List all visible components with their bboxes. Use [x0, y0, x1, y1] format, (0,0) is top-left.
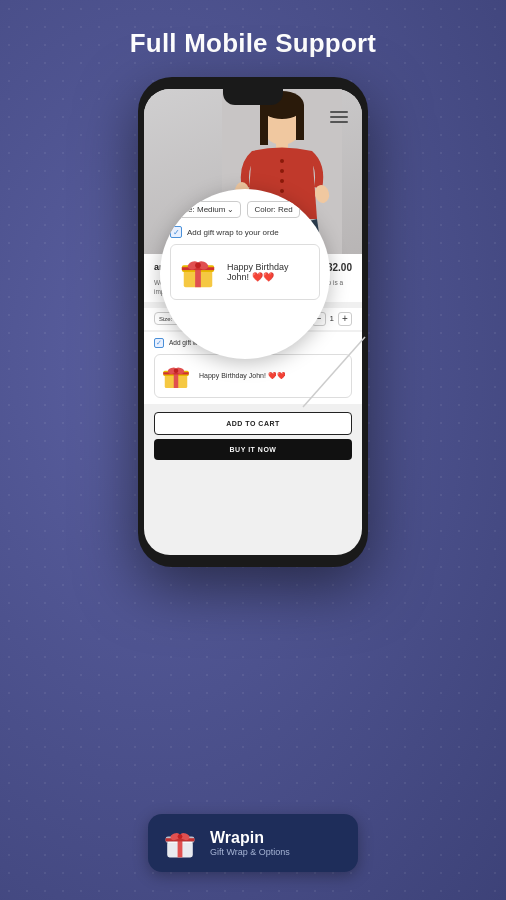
zoom-gift-box-icon	[179, 253, 217, 291]
gift-wrap-checkbox[interactable]: ✓	[154, 338, 164, 348]
zoom-size-chevron: ⌄	[227, 205, 234, 214]
buy-now-button[interactable]: BUY IT NOW	[154, 439, 352, 460]
svg-point-15	[280, 169, 284, 173]
checkmark-icon: ✓	[156, 339, 162, 347]
svg-point-14	[280, 159, 284, 163]
svg-point-33	[178, 834, 183, 839]
svg-point-6	[195, 263, 201, 269]
zoom-color-select[interactable]: Color: Red	[247, 201, 299, 218]
zoom-gift-message: Happy Birthday John! ❤️❤️	[227, 262, 311, 282]
zoom-gift-section: ✓ Add gift wrap to your orde	[170, 226, 320, 300]
add-to-cart-button[interactable]: ADD TO CART	[154, 412, 352, 435]
gift-wrap-card: Happy Birthday John! ❤️❤️	[154, 354, 352, 398]
svg-rect-12	[296, 105, 304, 140]
brand-tagline: Gift Wrap & Options	[210, 847, 290, 857]
brand-name: Wrapin	[210, 829, 290, 847]
quantity-plus-button[interactable]: +	[338, 312, 352, 326]
gift-box-icon	[161, 361, 191, 391]
zoom-gift-card: Happy Birthday John! ❤️❤️	[170, 244, 320, 300]
hamburger-menu-icon[interactable]	[330, 111, 348, 123]
zoom-circle: Size: Medium ⌄ Color: Red ✓ Add gift wra…	[160, 189, 330, 359]
page-title: Full Mobile Support	[130, 28, 376, 59]
svg-point-17	[280, 189, 284, 193]
brand-text-group: Wrapin Gift Wrap & Options	[210, 829, 290, 857]
quantity-value: 1	[330, 314, 334, 323]
zoom-gift-wrap-label: Add gift wrap to your orde	[187, 228, 279, 237]
svg-rect-11	[260, 105, 268, 145]
svg-point-16	[280, 179, 284, 183]
zoom-gift-header: ✓ Add gift wrap to your orde	[170, 226, 320, 238]
zoom-color-label: Color: Red	[254, 205, 292, 214]
svg-point-26	[174, 368, 179, 373]
phone-container: Size: Medium ⌄ Color: Red ✓ Add gift wra…	[138, 77, 368, 567]
phone-notch	[223, 89, 283, 105]
brand-gift-icon	[164, 827, 196, 859]
gift-message: Happy Birthday John! ❤️❤️	[199, 371, 286, 380]
brand-badge: Wrapin Gift Wrap & Options	[148, 814, 358, 872]
zoom-checkmark-icon: ✓	[173, 228, 180, 237]
